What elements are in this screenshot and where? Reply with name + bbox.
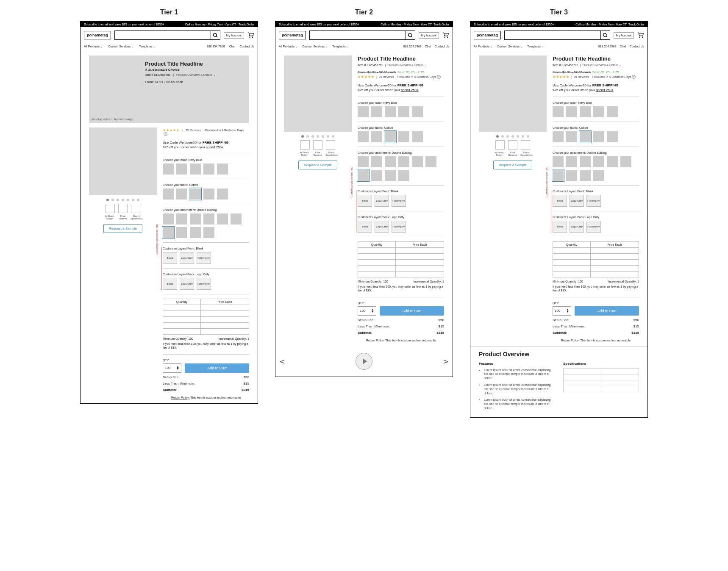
color-swatch[interactable] (607, 106, 618, 117)
return-policy-link[interactable]: Return Policy: (171, 396, 190, 399)
nav-custom-services[interactable]: Custom Services ⌄ (497, 45, 523, 48)
nav-all-products[interactable]: All Products ⌄ (279, 45, 298, 48)
attach-swatch[interactable] (371, 156, 382, 167)
color-swatch[interactable] (163, 164, 174, 175)
return-policy-link[interactable]: Return Policy: (366, 339, 385, 342)
front-full[interactable]: Full Imprint (197, 252, 211, 264)
front-full[interactable]: Full Imprint (586, 195, 601, 207)
product-gallery[interactable] (479, 55, 547, 132)
fabric-swatch[interactable] (203, 188, 214, 200)
gallery-dot[interactable] (511, 135, 514, 138)
nav-custom-services[interactable]: Custom Services ⌄ (302, 45, 328, 48)
gallery-dot[interactable] (137, 199, 139, 201)
attach-swatch[interactable] (385, 156, 396, 167)
fabric-swatch[interactable] (176, 188, 187, 200)
attach-swatch[interactable] (163, 227, 174, 238)
my-account-button[interactable]: My Account (419, 32, 439, 39)
color-swatch[interactable] (217, 164, 228, 175)
qty-stepper[interactable]: ▲▼ (566, 309, 569, 312)
gallery-dot[interactable] (506, 135, 509, 138)
front-full[interactable]: Full Imprint (392, 195, 406, 207)
review-count[interactable]: 25 Reviews (186, 129, 201, 132)
contact-link[interactable]: Contact Us (629, 45, 644, 48)
track-order-link[interactable]: Track Order (433, 23, 449, 26)
phone-link[interactable]: 888.354.7868 (403, 45, 422, 48)
request-sample-button[interactable]: Request a Sample (103, 224, 142, 233)
fabric-swatch[interactable] (607, 131, 618, 142)
nav-templates[interactable]: Templates ⌄ (332, 45, 349, 48)
attach-swatch[interactable] (425, 156, 436, 167)
attach-swatch[interactable] (412, 156, 423, 167)
front-logo[interactable]: Logo Only (570, 195, 584, 207)
color-swatch[interactable] (190, 164, 201, 175)
attach-swatch[interactable] (593, 156, 604, 167)
request-sample-button[interactable]: Request a Sample (298, 161, 337, 169)
gallery-dot[interactable] (496, 135, 499, 138)
attach-swatch[interactable] (231, 213, 242, 225)
gallery-dot[interactable] (127, 199, 129, 201)
attach-swatch[interactable] (593, 170, 604, 181)
fabric-swatch[interactable] (190, 188, 201, 200)
color-swatch[interactable] (358, 106, 369, 117)
fabric-swatch[interactable] (385, 131, 396, 142)
fabric-swatch[interactable] (217, 188, 228, 200)
promo-link[interactable]: spend 250+ (596, 88, 614, 92)
gallery-dot[interactable] (322, 135, 324, 138)
return-policy-link[interactable]: Return Policy: (561, 339, 580, 342)
nav-templates[interactable]: Templates ⌄ (139, 45, 156, 48)
back-logo[interactable]: Logo Only (375, 221, 389, 233)
my-account-button[interactable]: My Account (614, 32, 634, 39)
gallery-dot[interactable] (111, 199, 114, 201)
gallery-dot[interactable] (317, 135, 319, 138)
nav-templates[interactable]: Templates ⌄ (527, 45, 544, 48)
color-swatch[interactable] (412, 106, 423, 117)
track-order-link[interactable]: Track Order (628, 23, 644, 26)
color-swatch[interactable] (371, 106, 382, 117)
color-swatch[interactable] (566, 106, 577, 117)
back-full[interactable]: Full Imprint (392, 221, 406, 233)
attach-swatch[interactable] (398, 170, 409, 181)
track-order-link[interactable]: Track Order (239, 23, 254, 26)
gallery-thumb[interactable] (300, 140, 310, 150)
search-input[interactable] (505, 31, 600, 39)
attach-swatch[interactable] (607, 156, 618, 167)
front-logo[interactable]: Logo Only (375, 195, 389, 207)
phone-link[interactable]: 888.354.7868 (207, 45, 225, 48)
contact-link[interactable]: Contact Us (239, 45, 254, 48)
front-blank[interactable]: Blank (163, 252, 177, 264)
color-swatch[interactable] (593, 106, 604, 117)
subscribe-link[interactable]: Subscribe to email and save $25 on your … (279, 23, 359, 26)
fabric-swatch[interactable] (593, 131, 604, 142)
search-input[interactable] (115, 31, 211, 39)
attach-swatch[interactable] (176, 213, 187, 225)
color-swatch[interactable] (203, 164, 214, 175)
color-swatch[interactable] (580, 106, 591, 117)
qty-stepper[interactable]: ▲▼ (176, 366, 179, 369)
gallery-dot[interactable] (522, 135, 524, 138)
gallery-dot[interactable] (332, 135, 334, 138)
attach-swatch[interactable] (371, 170, 382, 181)
gallery-dot[interactable] (327, 135, 329, 138)
nav-custom-services[interactable]: Custom Services ⌄ (108, 45, 134, 48)
attach-swatch[interactable] (190, 227, 201, 238)
search-button[interactable] (211, 31, 220, 39)
fabric-swatch[interactable] (553, 131, 564, 142)
color-swatch[interactable] (385, 106, 396, 117)
carousel-prev[interactable]: < (280, 356, 285, 366)
gallery-thumb[interactable] (508, 140, 517, 150)
contact-link[interactable]: Contact Us (434, 45, 449, 48)
attach-swatch[interactable] (398, 156, 409, 167)
qty-input[interactable]: 100▲▼ (358, 306, 376, 316)
back-full[interactable]: Full Imprint (586, 221, 601, 233)
attach-swatch[interactable] (190, 213, 201, 225)
attach-swatch[interactable] (580, 156, 591, 167)
qty-input[interactable]: 100▲▼ (163, 363, 181, 373)
color-swatch[interactable] (176, 164, 187, 175)
gallery-thumb[interactable] (495, 140, 505, 150)
attach-swatch[interactable] (580, 170, 591, 181)
gallery-dot[interactable] (122, 199, 124, 201)
attach-swatch[interactable] (358, 170, 369, 181)
cart-icon[interactable] (637, 32, 644, 38)
product-details-dropdown[interactable]: Product Overview & Details ⌄ (387, 64, 427, 67)
gallery-dot[interactable] (501, 135, 504, 138)
